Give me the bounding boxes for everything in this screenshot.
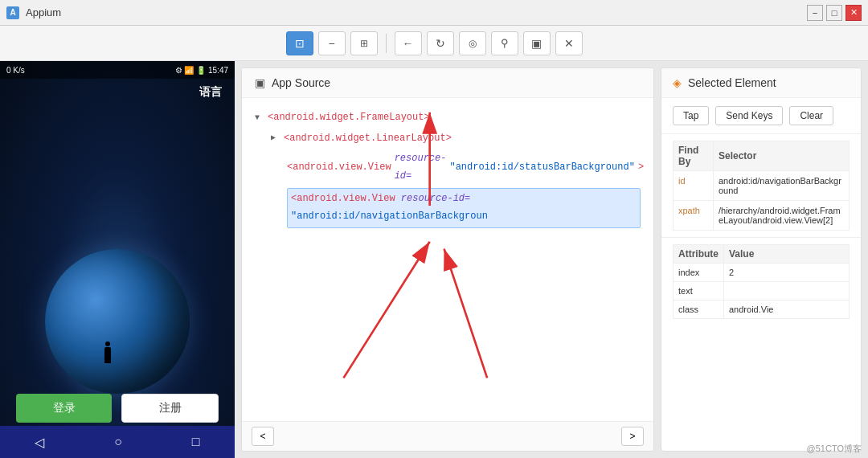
main-content: 0 K/s ⚙ 📶 🔋 15:47 语言 登录 注册 ◁ ○ □ ▣ App S…: [0, 61, 868, 458]
element-header: ◈ Selected Element: [661, 68, 861, 98]
selected-xml-row[interactable]: <android.view.View resource-id= "android…: [287, 188, 641, 227]
attr-class-row: class android.Vie: [674, 301, 850, 319]
app-icon: A: [6, 6, 19, 19]
toolbar-separator: [386, 34, 387, 53]
phone-panel: 0 K/s ⚙ 📶 🔋 15:47 语言 登录 注册 ◁ ○ □: [0, 61, 235, 458]
xml-tag-close: >: [638, 159, 644, 177]
clear-button[interactable]: Clear: [789, 106, 833, 125]
svg-line-2: [343, 242, 429, 378]
earth-graphic: [45, 249, 190, 394]
find-by-xpath-row: xpath /hierarchy/android.widget.FrameLay…: [674, 201, 850, 231]
title-bar: A Appium − □ ✕: [0, 0, 868, 26]
find-by-xpath-value: /hierarchy/android.widget.FrameLayout/an…: [714, 201, 850, 231]
element-header-icon: ◈: [673, 76, 682, 89]
attr-text-value: [724, 282, 850, 301]
find-by-section: Find By Selector id android:id/navigatio…: [661, 134, 861, 238]
tree-item-linearlayout[interactable]: ▶ <android.widget.LinearLayout>: [271, 129, 641, 149]
source-footer: < >: [242, 421, 653, 451]
attributes-section: Attribute Value index 2 text class: [661, 238, 861, 325]
attr-class-label: class: [674, 301, 724, 319]
nav-back-icon[interactable]: ◁: [35, 435, 44, 450]
find-by-header: Find By: [674, 141, 714, 171]
select-element-button[interactable]: ⊡: [286, 31, 313, 55]
toolbar: ⊡ − ⊞ ← ↻ ◎ ⚲ ▣ ✕: [0, 26, 868, 61]
toggle-inspector-button[interactable]: ◎: [459, 31, 486, 55]
attr-class-value: android.Vie: [724, 301, 850, 319]
record-button[interactable]: ▣: [523, 31, 551, 55]
nav-recent-icon[interactable]: □: [192, 435, 200, 449]
xml-tag: <android.view.View: [287, 159, 391, 177]
source-panel: ▣ App Source ▼: [241, 67, 654, 452]
xml-val: "android:id/navigationBarBackgroun: [291, 211, 488, 222]
tree-item-framelayout[interactable]: ▼ <android.widget.FrameLayout>: [255, 108, 641, 129]
xml-tag: <android.widget.LinearLayout>: [284, 130, 452, 148]
value-header: Value: [724, 245, 850, 264]
find-by-id-value: android:id/navigationBarBackground: [714, 171, 850, 201]
phone-app-title: 语言: [199, 85, 222, 100]
find-by-table: Find By Selector id android:id/navigatio…: [673, 141, 850, 231]
nav-home-icon[interactable]: ○: [114, 435, 122, 449]
tree-arrow[interactable]: ▼: [255, 111, 264, 125]
xml-tree: ▼ <android.widget.FrameLayout> ▶ <androi…: [255, 108, 641, 230]
prev-button[interactable]: <: [252, 427, 274, 446]
restore-button[interactable]: □: [826, 5, 842, 21]
back-button[interactable]: ←: [395, 31, 422, 55]
app-title: Appium: [26, 6, 61, 18]
xml-tag: <android.widget.FrameLayout>: [268, 109, 430, 127]
tree-arrow[interactable]: ▶: [271, 131, 280, 145]
tree-item-statusbar[interactable]: <android.view.View resource-id= "android…: [287, 149, 641, 186]
attr-index-row: index 2: [674, 264, 850, 282]
search-button[interactable]: ⚲: [491, 31, 518, 55]
attr-text-row: text: [674, 282, 850, 301]
element-panel-title: Selected Element: [688, 76, 776, 89]
source-panel-title: App Source: [272, 76, 330, 89]
phone-nav-bar: ◁ ○ □: [0, 426, 235, 458]
selector-header: Selector: [714, 141, 850, 171]
source-header-icon: ▣: [255, 76, 265, 89]
xml-val: "android:id/statusBarBackground": [449, 159, 634, 177]
next-button[interactable]: >: [621, 427, 644, 446]
send-keys-button[interactable]: Send Keys: [715, 106, 783, 125]
network-speed: 0 K/s: [6, 66, 25, 75]
attr-index-value: 2: [724, 264, 850, 282]
window-controls: − □ ✕: [807, 5, 862, 21]
swipe-button[interactable]: −: [318, 31, 346, 55]
person-silhouette: [104, 347, 111, 363]
source-header: ▣ App Source: [242, 68, 653, 98]
register-button[interactable]: 注册: [121, 394, 219, 423]
tap-button[interactable]: ⊞: [350, 31, 378, 55]
find-by-xpath-label: xpath: [674, 201, 714, 231]
attr-table: Attribute Value index 2 text class: [673, 244, 850, 319]
find-by-id-label: id: [674, 171, 714, 201]
refresh-button[interactable]: ↻: [427, 31, 454, 55]
minimize-button[interactable]: −: [807, 5, 823, 21]
phone-status-bar: 0 K/s ⚙ 📶 🔋 15:47: [0, 61, 235, 79]
login-button[interactable]: 登录: [16, 394, 112, 423]
tree-item-navbarbackground[interactable]: <android.view.View resource-id= "android…: [287, 186, 641, 229]
phone-action-buttons: 登录 注册: [0, 394, 235, 423]
close-session-button[interactable]: ✕: [555, 31, 583, 55]
element-panel: ◈ Selected Element Tap Send Keys Clear F…: [661, 67, 862, 452]
svg-line-3: [444, 249, 488, 378]
attr-text-label: text: [674, 282, 724, 301]
close-button[interactable]: ✕: [845, 5, 862, 21]
attribute-header: Attribute: [674, 245, 724, 264]
tap-action-button[interactable]: Tap: [673, 106, 709, 125]
source-content: ▼ <android.widget.FrameLayout> ▶ <androi…: [242, 98, 653, 421]
element-actions: Tap Send Keys Clear: [661, 98, 861, 134]
xml-tag: <android.view.View: [291, 193, 401, 204]
xml-attr: resource-id=: [395, 150, 447, 185]
phone-screen: 0 K/s ⚙ 📶 🔋 15:47 语言 登录 注册 ◁ ○ □: [0, 61, 235, 458]
attr-index-label: index: [674, 264, 724, 282]
find-by-id-row: id android:id/navigationBarBackground: [674, 171, 850, 201]
status-icons: ⚙ 📶 🔋 15:47: [175, 66, 228, 75]
xml-attr: resource-id=: [401, 193, 470, 204]
